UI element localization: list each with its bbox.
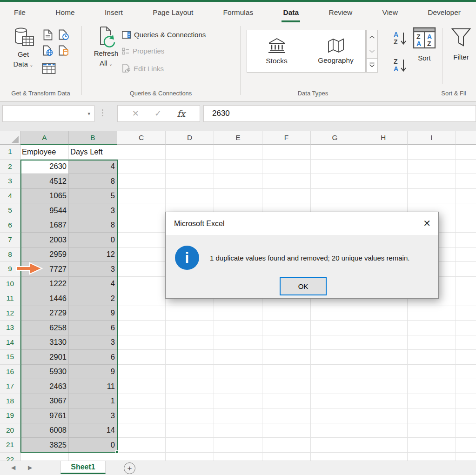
cell-A22[interactable] xyxy=(20,453,69,461)
sort-ascending-button[interactable]: A Z xyxy=(393,30,408,47)
cell-F21[interactable] xyxy=(262,438,311,453)
cell-A10[interactable]: 1222 xyxy=(20,277,69,292)
cell-J21[interactable] xyxy=(456,438,476,453)
cell-B8[interactable]: 12 xyxy=(69,248,117,262)
get-data-button[interactable]: Get Data⌄ xyxy=(5,26,42,70)
cell-A15[interactable]: 2901 xyxy=(20,350,69,365)
cell-H20[interactable] xyxy=(359,423,408,438)
tab-view[interactable]: View xyxy=(382,2,398,23)
cell-C14[interactable] xyxy=(117,335,166,350)
cell-G19[interactable] xyxy=(311,408,359,423)
cell-A8[interactable]: 2959 xyxy=(20,248,69,262)
cell-D20[interactable] xyxy=(166,423,214,438)
cell-I14[interactable] xyxy=(408,335,456,350)
column-header-A[interactable]: A xyxy=(20,131,69,145)
cell-A19[interactable]: 9761 xyxy=(20,408,69,423)
cell-F18[interactable] xyxy=(262,394,311,409)
existing-connections-button[interactable] xyxy=(57,44,71,58)
column-header-I[interactable]: I xyxy=(408,131,456,145)
cell-C19[interactable] xyxy=(117,408,166,423)
refresh-all-button[interactable]: Refresh All⌄ xyxy=(89,26,123,69)
from-table-range-button[interactable] xyxy=(41,60,57,76)
cell-H3[interactable] xyxy=(359,174,408,189)
name-box[interactable]: ▾ xyxy=(2,105,94,122)
cell-J16[interactable] xyxy=(456,365,476,380)
cell-I21[interactable] xyxy=(408,438,456,453)
cell-I22[interactable] xyxy=(408,453,456,461)
column-header-F[interactable]: F xyxy=(262,131,311,145)
cell-A1[interactable]: Employee xyxy=(20,145,69,160)
cell-C17[interactable] xyxy=(117,379,166,394)
cell-H12[interactable] xyxy=(359,306,408,321)
cell-B22[interactable] xyxy=(69,453,117,461)
row-header-7[interactable]: 7 xyxy=(0,233,20,248)
cell-D12[interactable] xyxy=(166,306,214,321)
cell-G22[interactable] xyxy=(311,453,359,461)
cell-I17[interactable] xyxy=(408,379,456,394)
cell-B3[interactable]: 8 xyxy=(69,174,117,189)
cell-H21[interactable] xyxy=(359,438,408,453)
cell-E12[interactable] xyxy=(214,306,262,321)
cell-B20[interactable]: 14 xyxy=(69,423,117,438)
row-header-22[interactable]: 22 xyxy=(0,453,20,461)
cancel-icon[interactable]: ✕ xyxy=(132,108,139,119)
cell-F13[interactable] xyxy=(262,321,311,335)
tab-data[interactable]: Data xyxy=(283,2,299,23)
row-header-20[interactable]: 20 xyxy=(0,423,20,438)
sheet-nav-left-icon[interactable]: ◀ xyxy=(11,461,15,474)
name-box-dropdown-icon[interactable]: ▾ xyxy=(87,111,90,117)
cell-J8[interactable] xyxy=(456,248,476,262)
cell-C22[interactable] xyxy=(117,453,166,461)
cell-E13[interactable] xyxy=(214,321,262,335)
cell-A3[interactable]: 4512 xyxy=(20,174,69,189)
row-header-15[interactable]: 15 xyxy=(0,350,20,365)
cell-G15[interactable] xyxy=(311,350,359,365)
cell-H4[interactable] xyxy=(359,189,408,204)
cell-E22[interactable] xyxy=(214,453,262,461)
column-header-G[interactable]: G xyxy=(311,131,359,145)
cell-A20[interactable]: 6008 xyxy=(20,423,69,438)
formula-bar-splitter[interactable] xyxy=(102,109,104,116)
from-web-button[interactable] xyxy=(41,44,55,58)
column-header-H[interactable]: H xyxy=(359,131,408,145)
sort-button[interactable]: Z A A Z Sort xyxy=(411,27,437,63)
cell-A13[interactable]: 6258 xyxy=(20,321,69,335)
properties-button[interactable]: Properties xyxy=(122,47,164,55)
dialog-title-bar[interactable]: Microsoft Excel ✕ xyxy=(166,212,438,235)
cell-A12[interactable]: 2729 xyxy=(20,306,69,321)
row-header-2[interactable]: 2 xyxy=(0,160,20,174)
cell-J11[interactable] xyxy=(456,291,476,306)
tab-file[interactable]: File xyxy=(14,2,26,23)
column-header-D[interactable]: D xyxy=(166,131,214,145)
cell-F22[interactable] xyxy=(262,453,311,461)
sheet-nav-right-icon[interactable]: ▶ xyxy=(28,461,32,474)
row-header-3[interactable]: 3 xyxy=(0,174,20,189)
stocks-data-type[interactable]: Stocks xyxy=(247,30,306,72)
tab-page-layout[interactable]: Page Layout xyxy=(153,2,193,23)
cell-D18[interactable] xyxy=(166,394,214,409)
cell-G16[interactable] xyxy=(311,365,359,380)
cell-E19[interactable] xyxy=(214,408,262,423)
cell-J17[interactable] xyxy=(456,379,476,394)
row-header-21[interactable]: 21 xyxy=(0,438,20,453)
sheet-tab-sheet1[interactable]: Sheet1 xyxy=(60,461,106,474)
cell-D2[interactable] xyxy=(166,160,214,174)
cell-C20[interactable] xyxy=(117,423,166,438)
cell-J14[interactable] xyxy=(456,335,476,350)
cell-E1[interactable] xyxy=(214,145,262,160)
cell-C3[interactable] xyxy=(117,174,166,189)
cell-G13[interactable] xyxy=(311,321,359,335)
row-header-17[interactable]: 17 xyxy=(0,379,20,394)
cell-J6[interactable] xyxy=(456,218,476,233)
cell-B21[interactable]: 0 xyxy=(69,438,117,453)
cell-C8[interactable] xyxy=(117,248,166,262)
cell-D1[interactable] xyxy=(166,145,214,160)
cell-H19[interactable] xyxy=(359,408,408,423)
cell-C10[interactable] xyxy=(117,277,166,292)
cell-H14[interactable] xyxy=(359,335,408,350)
row-header-11[interactable]: 11 xyxy=(0,291,20,306)
cell-D14[interactable] xyxy=(166,335,214,350)
recent-sources-button[interactable] xyxy=(57,28,71,42)
cell-D13[interactable] xyxy=(166,321,214,335)
cell-I18[interactable] xyxy=(408,394,456,409)
